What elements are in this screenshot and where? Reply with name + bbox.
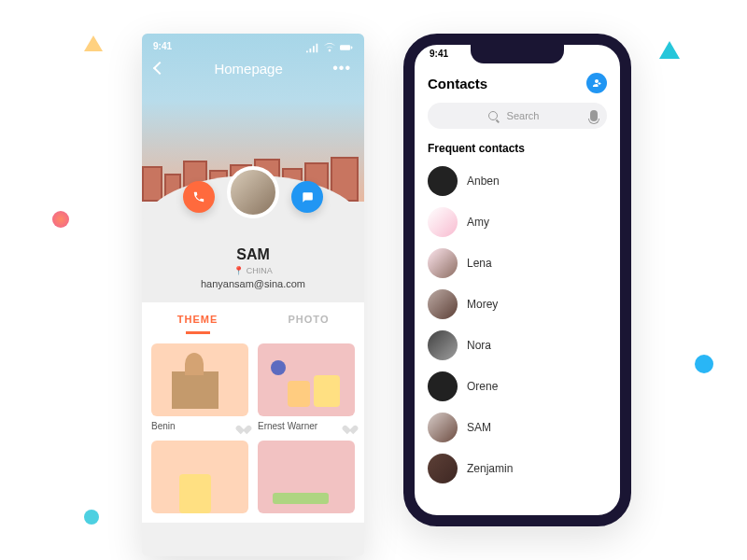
svg-rect-0	[340, 45, 350, 50]
contact-item[interactable]: Anben	[428, 161, 607, 202]
section-heading: Frequent contacts	[415, 138, 620, 159]
theme-name: Benin	[151, 421, 176, 431]
theme-thumbnail	[151, 441, 248, 513]
theme-thumbnail	[258, 343, 355, 416]
add-contact-button[interactable]	[586, 73, 607, 93]
page-title: Homepage	[214, 61, 282, 77]
pin-icon: 📍	[233, 266, 244, 275]
theme-name: Ernest Warner	[258, 421, 317, 431]
status-bar: 9:41	[142, 41, 364, 54]
chat-icon	[301, 190, 314, 203]
profile-section: SAM 📍 CHINA hanyansam@sina.com	[142, 202, 364, 302]
profile-email: hanyansam@sina.com	[142, 278, 364, 289]
battery-icon	[340, 41, 353, 54]
status-icons	[306, 41, 353, 54]
decor-dot	[695, 355, 713, 373]
contact-item[interactable]: Nora	[428, 325, 607, 366]
decor-triangle	[84, 35, 103, 51]
back-icon[interactable]	[153, 62, 166, 75]
status-time: 9:41	[430, 49, 448, 59]
wifi-icon	[323, 41, 336, 54]
theme-card[interactable]	[258, 441, 355, 513]
mic-icon[interactable]	[590, 110, 598, 121]
theme-thumbnail	[151, 343, 248, 416]
contact-item[interactable]: Lena	[428, 243, 607, 284]
message-button[interactable]	[291, 181, 323, 213]
notch	[471, 43, 564, 63]
contacts-title: Contacts	[428, 76, 487, 91]
phone-icon	[192, 190, 205, 203]
call-button[interactable]	[183, 181, 215, 213]
contact-item[interactable]: Amy	[428, 202, 607, 243]
profile-location: 📍 CHINA	[142, 266, 364, 275]
tab-photo[interactable]: PHOTO	[253, 302, 364, 334]
tabs: THEME PHOTO	[142, 302, 364, 334]
profile-name: SAM	[142, 246, 364, 263]
theme-card[interactable]: Ernest Warner	[258, 343, 355, 431]
theme-thumbnail	[258, 441, 355, 513]
nav-bar: Homepage •••	[142, 60, 364, 77]
decor-dot	[84, 510, 99, 525]
theme-card[interactable]: Benin	[151, 343, 248, 431]
heart-icon[interactable]	[345, 422, 355, 431]
contacts-list: Anben Amy Lena Morey Nora Orene SAM Zenj…	[415, 159, 620, 491]
status-time: 9:41	[153, 41, 172, 54]
tab-theme[interactable]: THEME	[142, 302, 253, 334]
decor-dot	[52, 211, 69, 228]
signal-icon	[306, 41, 319, 54]
contact-item[interactable]: Morey	[428, 284, 607, 325]
contact-item[interactable]: SAM	[428, 407, 607, 448]
more-icon[interactable]: •••	[332, 60, 351, 77]
profile-avatar[interactable]	[227, 166, 279, 218]
contacts-phone: 9:41 Contacts Search Frequent contacts A…	[403, 34, 631, 526]
heart-icon[interactable]	[239, 422, 248, 431]
search-icon	[488, 111, 498, 120]
decor-triangle	[659, 41, 680, 59]
add-user-icon	[591, 77, 602, 89]
homepage-phone: 9:41 Homepage •••	[142, 34, 364, 556]
contact-item[interactable]: Zenjamin	[428, 448, 607, 489]
search-input[interactable]: Search	[428, 103, 607, 129]
contact-item[interactable]: Orene	[428, 366, 607, 407]
search-placeholder: Search	[507, 110, 540, 121]
theme-card[interactable]	[151, 441, 248, 513]
theme-grid: Benin Ernest Warner	[142, 334, 364, 523]
svg-rect-1	[351, 47, 352, 49]
